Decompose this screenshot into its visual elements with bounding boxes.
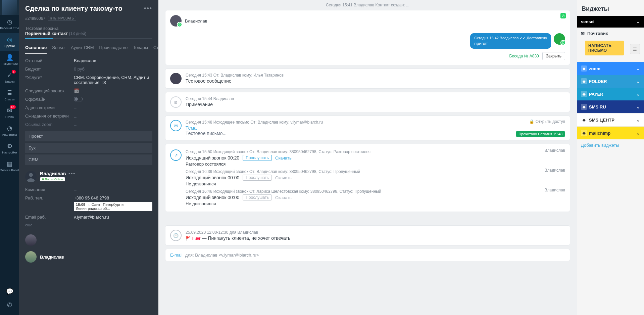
related-contact-name: Владислав [40,255,64,260]
phone-out-icon: ↗ [170,149,182,161]
call-row[interactable]: Сегодня 16:46 Исходящий звонок От: Ларис… [170,188,565,208]
tab-main[interactable]: Основное [25,45,47,54]
contact-email[interactable]: v.lymar@biarch.ru [74,215,152,220]
field-zoom[interactable]: ... [74,122,152,127]
field-resp[interactable]: Владислав [74,58,152,63]
whatsapp-icon: ✆ [560,13,566,18]
conversation-id[interactable]: Беседа № A830 [509,54,539,58]
tab-audit[interactable]: Аудит CRM [71,45,94,54]
chevron-down-icon: ⌄ [636,92,640,97]
whatsapp-badge-icon: ✆ [560,40,566,45]
compose-link[interactable]: E-mail [170,253,183,258]
email-subject[interactable]: Тема [186,125,197,131]
nav-chat[interactable]: 💬 [0,285,19,298]
lock-icon: 🔒 [529,119,534,124]
chart-icon: ◔ [6,124,14,132]
compose-email[interactable]: E-mail для: Владислав <v.lymar@biarch.ru… [165,249,570,261]
contact-name[interactable]: Владислав [40,171,66,176]
nav-dashboard[interactable]: ◷ Рабочий стол [0,15,19,33]
deal-title[interactable]: Сделка по клиенту такому-то [25,5,122,12]
call-user[interactable]: Владислав [545,188,565,192]
message-card[interactable]: Сегодня 15:43 От: Владислав кому: Илья Т… [165,69,570,89]
email-access-link[interactable]: 🔒Открыть доступ [529,119,565,124]
contact-company[interactable]: ... [74,187,152,192]
tab-production[interactable]: Производство [99,45,128,54]
close-chat-button[interactable]: Закрыть [542,52,565,60]
nav-customers[interactable]: 👤 Покупатели [0,51,19,69]
field-nextcall[interactable]: 📅 [74,88,152,93]
widget-mailchimp[interactable]: ◆mailchimp⌄ [577,127,644,139]
tab-sensei[interactable]: Sensei [52,45,65,54]
chat-contact-avatar[interactable]: ✆ [170,15,182,27]
user-icon: 👤 [6,53,14,61]
field-services-label: *Услуги* [25,75,74,80]
chevron-down-icon: ⌄ [636,131,640,136]
deal-more-button[interactable]: ••• [144,5,152,12]
phone-region: 18:09 - г. Санкт-Петербург и Ленинградск… [74,202,152,211]
contact-more[interactable]: ••• [68,171,76,176]
call-row[interactable]: ↗ Сегодня 15:50 Исходящий звонок От: Вла… [170,148,565,168]
nav-user-avatar[interactable] [0,0,19,15]
chevron-down-icon: ⌄ [636,19,640,24]
nav-phone[interactable]: ✆ [0,298,19,312]
task-card[interactable]: 🕐 25.09.2020 12:00-12:30 для Владислав 🚩… [165,225,570,245]
call-user[interactable]: Владислав [545,168,565,173]
nav-service-panel[interactable]: ▦ Service Panel [0,157,19,175]
section-buh[interactable]: Бух [25,143,152,153]
nav-mail[interactable]: ✉ Почта 6K [0,104,19,122]
widget-sensei[interactable]: sensei⌄ [577,16,644,28]
pipeline-status[interactable]: Первичный контакт [25,31,68,36]
nav-settings[interactable]: ⚙ Настройки [0,139,19,157]
download-link: Скачать [275,195,292,200]
tag-button[interactable]: #ТЕГИРОВАТЬ [48,16,76,21]
field-address[interactable]: ... [74,105,152,110]
nav-deals[interactable]: ◎ Сделки [0,33,19,51]
widget-mailer-title[interactable]: ✉Почтовик [577,28,644,39]
phone-out-icon [170,189,182,200]
deal-tabs: Основное Sensei Аудит CRM Производство Т… [19,45,158,54]
download-link[interactable]: Скачать [275,155,292,161]
widget-zoom[interactable]: ◆zoom⌄ [577,62,644,75]
calendar-icon: 📅 [74,88,79,93]
related-contact-1[interactable] [19,232,158,249]
contact-phone[interactable]: +380 95 046 2798 [74,195,109,200]
phone-icon: ✆ [6,301,14,309]
field-offline-toggle[interactable] [74,97,152,101]
listen-button[interactable]: Прослушать [243,155,272,161]
widget-payer[interactable]: ◆PAYER⌄ [577,88,644,100]
tab-stats[interactable]: Статистика [153,45,158,54]
mail-settings-button[interactable]: ☰ [630,44,640,54]
note-icon: 🗎 [170,96,182,108]
nav-analytics[interactable]: ◔ Аналитика [0,122,19,139]
email-card[interactable]: ✉ Сегодня 15:48 Исходящее письмо От: Вла… [165,116,570,140]
field-budget[interactable]: 0 руб [74,66,152,72]
widget-folder[interactable]: ◆FOLDER⌄ [577,75,644,88]
add-widgets-link[interactable]: Добавить виджеты [577,139,644,151]
related-contact-2[interactable]: Владислав [19,249,158,265]
listen-button: Прослушать [243,194,272,200]
nav-tasks[interactable]: ✓ Задачи 1 [0,69,19,86]
avatar [25,234,37,246]
contact-more-fields[interactable]: ещё [25,223,152,227]
call-user[interactable]: Владислав [545,148,565,153]
outgoing-message[interactable]: Сегодня 15:42 Владислав ✓✓ Доставлено пр… [470,33,551,49]
contact-avatar[interactable] [25,171,37,182]
field-expect[interactable]: ... [74,114,152,119]
note-card[interactable]: 🗎 Сегодня 15:44 Владислав Примечание [165,92,570,112]
section-crm[interactable]: CRM [25,154,152,165]
target-icon: ◎ [6,36,14,44]
app-icon: ◆ [581,91,587,97]
whatsapp-badge-icon: ✆ [177,22,182,27]
grid-icon: ▦ [6,160,14,168]
pipeline-progress[interactable] [25,38,152,39]
widget-smsru[interactable]: ◆SMS·RU⌄ [577,100,644,113]
call-row[interactable]: Сегодня 16:39 Исходящий звонок От: Влади… [170,168,565,188]
app-icon: ◆ [581,65,587,72]
tab-goods[interactable]: Товары [133,45,148,54]
nav-lists[interactable]: ≣ Списки [0,86,19,104]
pipeline-name[interactable]: Тестовая воронка [25,26,152,31]
widget-sms[interactable]: ◆SMS ЦЕНТР⌄ [577,113,644,127]
section-project[interactable]: Проект [25,131,152,141]
field-services[interactable]: CRM. Сопровождение, CRM. Аудит и составл… [74,75,152,85]
write-email-button[interactable]: НАПИСАТЬ ПИСЬМО [585,41,624,55]
